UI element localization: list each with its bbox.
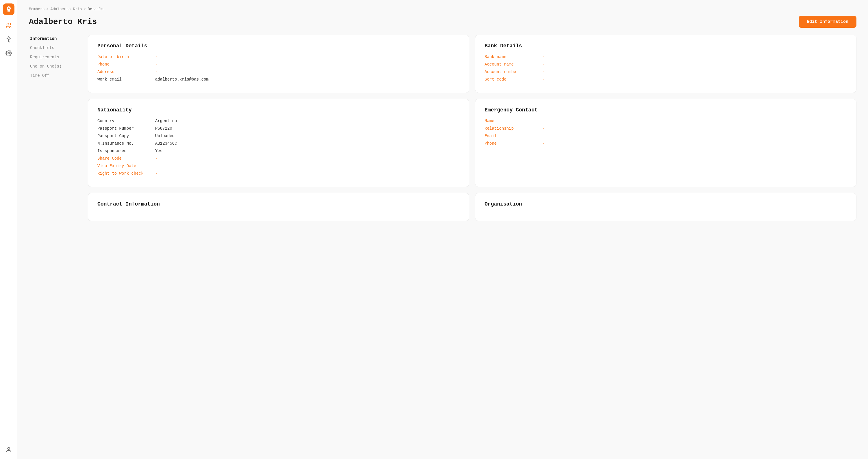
- dob-label: Date of birth: [97, 55, 155, 59]
- cards-row-1: Personal Details Date of birth - Phone -…: [88, 35, 857, 93]
- account-name-row: Account name -: [485, 62, 847, 67]
- share-code-row: Share Code -: [97, 156, 460, 161]
- country-row: Country Argentina: [97, 119, 460, 123]
- address-label: Address: [97, 70, 155, 74]
- sidebar: [0, 0, 17, 459]
- bank-name-label: Bank name: [485, 55, 542, 59]
- contract-information-title: Contract Information: [97, 201, 460, 207]
- passport-copy-row: Passport Copy Uploaded: [97, 134, 460, 138]
- organisation-title: Organisation: [485, 201, 847, 207]
- passport-copy-label: Passport Copy: [97, 134, 155, 138]
- ec-phone-label: Phone: [485, 141, 542, 146]
- organisation-card: Organisation: [475, 193, 857, 221]
- dob-row: Date of birth -: [97, 55, 460, 59]
- ec-name-value: -: [542, 119, 545, 123]
- country-value: Argentina: [155, 119, 177, 123]
- account-name-value: -: [542, 62, 545, 67]
- visa-expiry-row: Visa Expiry Date -: [97, 164, 460, 168]
- nationality-card: Nationality Country Argentina Passport N…: [88, 99, 469, 187]
- insurance-label: N.Insurance No.: [97, 141, 155, 146]
- bank-details-title: Bank Details: [485, 43, 847, 49]
- sidebar-item-members[interactable]: [3, 20, 14, 31]
- work-email-row: Work email adalberto.kris@bas.com: [97, 77, 460, 82]
- contract-information-card: Contract Information: [88, 193, 469, 221]
- nav-item-information[interactable]: Information: [29, 35, 81, 43]
- account-name-label: Account name: [485, 62, 542, 67]
- nav-item-one-on-ones[interactable]: One on One(s): [29, 62, 81, 70]
- nav-item-checklists[interactable]: Checklists: [29, 44, 81, 52]
- account-number-row: Account number -: [485, 70, 847, 74]
- sort-code-row: Sort code -: [485, 77, 847, 82]
- work-email-label: Work email: [97, 77, 155, 82]
- insurance-row: N.Insurance No. AB123456C: [97, 141, 460, 146]
- breadcrumb-adalberto[interactable]: Adalberto Kris: [50, 7, 82, 11]
- bank-name-value: -: [542, 55, 545, 59]
- ec-relationship-row: Relationship -: [485, 126, 847, 131]
- ec-relationship-value: -: [542, 126, 545, 131]
- ec-name-label: Name: [485, 119, 542, 123]
- ec-relationship-label: Relationship: [485, 126, 542, 131]
- sidebar-item-settings[interactable]: [3, 47, 14, 59]
- cards-area: Personal Details Date of birth - Phone -…: [88, 35, 857, 221]
- sort-code-value: -: [542, 77, 545, 82]
- account-number-value: -: [542, 70, 545, 74]
- nav-item-requirements[interactable]: Requirements: [29, 53, 81, 61]
- ec-email-value: -: [542, 134, 545, 138]
- visa-expiry-label: Visa Expiry Date: [97, 164, 155, 168]
- emergency-contact-title: Emergency Contact: [485, 107, 847, 113]
- breadcrumb-members[interactable]: Members: [29, 7, 45, 11]
- personal-details-card: Personal Details Date of birth - Phone -…: [88, 35, 469, 93]
- ec-email-label: Email: [485, 134, 542, 138]
- nationality-title: Nationality: [97, 107, 460, 113]
- passport-number-row: Passport Number P587220: [97, 126, 460, 131]
- phone-row: Phone -: [97, 62, 460, 67]
- bank-name-row: Bank name -: [485, 55, 847, 59]
- insurance-value: AB123456C: [155, 141, 177, 146]
- passport-number-label: Passport Number: [97, 126, 155, 131]
- phone-label: Phone: [97, 62, 155, 67]
- right-to-work-value: -: [155, 171, 157, 176]
- breadcrumb-sep-2: >: [84, 7, 86, 11]
- cards-row-3: Contract Information Organisation: [88, 193, 857, 221]
- cards-row-2: Nationality Country Argentina Passport N…: [88, 99, 857, 187]
- nav-item-time-off[interactable]: Time Off: [29, 72, 81, 80]
- passport-number-value: P587220: [155, 126, 172, 131]
- ec-name-row: Name -: [485, 119, 847, 123]
- app-logo[interactable]: [3, 3, 14, 15]
- country-label: Country: [97, 119, 155, 123]
- bank-details-card: Bank Details Bank name - Account name - …: [475, 35, 857, 93]
- svg-point-1: [7, 23, 9, 25]
- sidebar-item-profile[interactable]: [3, 444, 14, 456]
- address-value: -: [155, 70, 157, 74]
- address-row: Address -: [97, 70, 460, 74]
- share-code-label: Share Code: [97, 156, 155, 161]
- main-content: Members > Adalberto Kris > Details Adalb…: [17, 0, 868, 459]
- svg-point-2: [8, 52, 9, 54]
- page-title: Adalberto Kris: [29, 17, 97, 26]
- share-code-value: -: [155, 156, 157, 161]
- is-sponsored-row: Is sponsored Yes: [97, 149, 460, 153]
- ec-phone-value: -: [542, 141, 545, 146]
- sidebar-item-tree[interactable]: [3, 33, 14, 45]
- body-layout: Information Checklists Requirements One …: [29, 35, 857, 221]
- right-to-work-row: Right to work check -: [97, 171, 460, 176]
- right-to-work-label: Right to work check: [97, 171, 155, 176]
- personal-details-title: Personal Details: [97, 43, 460, 49]
- breadcrumb-sep-1: >: [46, 7, 49, 11]
- sort-code-label: Sort code: [485, 77, 542, 82]
- is-sponsored-label: Is sponsored: [97, 149, 155, 153]
- edit-information-button[interactable]: Edit Information: [799, 16, 857, 28]
- breadcrumb-details: Details: [88, 7, 103, 11]
- passport-copy-value: Uploaded: [155, 134, 175, 138]
- breadcrumb: Members > Adalberto Kris > Details: [29, 7, 857, 11]
- phone-value: -: [155, 62, 157, 67]
- visa-expiry-value: -: [155, 164, 157, 168]
- work-email-value: adalberto.kris@bas.com: [155, 77, 209, 82]
- page-header: Adalberto Kris Edit Information: [29, 16, 857, 28]
- dob-value: -: [155, 55, 157, 59]
- is-sponsored-value: Yes: [155, 149, 162, 153]
- svg-point-3: [7, 448, 9, 450]
- emergency-contact-card: Emergency Contact Name - Relationship - …: [475, 99, 857, 187]
- left-nav: Information Checklists Requirements One …: [29, 35, 81, 221]
- account-number-label: Account number: [485, 70, 542, 74]
